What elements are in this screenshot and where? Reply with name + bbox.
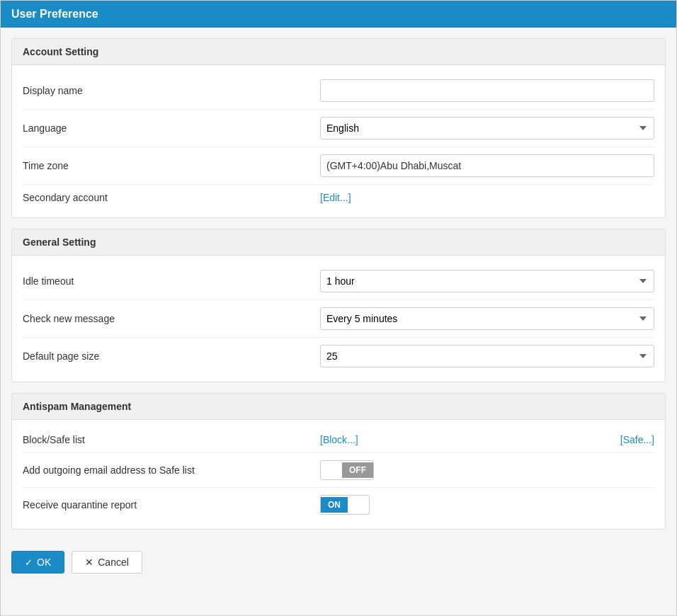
language-label: Language xyxy=(23,122,320,134)
idle-timeout-control: 30 minutes 1 hour 2 hours 4 hours Never xyxy=(320,270,654,292)
antispam-management-header: Antispam Management xyxy=(12,394,665,420)
block-safe-list-label: Block/Safe list xyxy=(23,434,320,445)
secondary-account-edit-link[interactable]: [Edit...] xyxy=(320,192,351,203)
check-new-message-control: Every 1 minute Every 5 minutes Every 10 … xyxy=(320,307,654,330)
default-page-size-label: Default page size xyxy=(23,350,320,362)
receive-quarantine-off-side xyxy=(348,502,369,508)
add-outgoing-label: Add outgoing email address to Safe list xyxy=(23,464,320,476)
add-outgoing-on-side xyxy=(321,467,342,473)
language-row: Language English Arabic French German Sp… xyxy=(23,110,654,147)
title-bar: User Preference xyxy=(1,1,676,28)
default-page-size-control: 10 25 50 100 xyxy=(320,345,654,367)
add-outgoing-control: OFF xyxy=(320,460,654,480)
timezone-label: Time zone xyxy=(23,160,320,171)
display-name-row: Display name xyxy=(23,72,654,110)
display-name-control xyxy=(320,79,654,102)
cancel-x-icon: ✕ xyxy=(85,557,93,568)
idle-timeout-label: Idle timeout xyxy=(23,275,320,287)
ok-button[interactable]: ✓ OK xyxy=(11,551,64,574)
receive-quarantine-row: Receive quarantine report ON xyxy=(23,488,654,522)
cancel-label: Cancel xyxy=(98,557,129,568)
receive-quarantine-label: Receive quarantine report xyxy=(23,499,320,511)
secondary-account-label: Secondary account xyxy=(23,192,320,203)
secondary-account-control: [Edit...] xyxy=(320,192,654,203)
page-title: User Preference xyxy=(11,8,98,20)
timezone-row: Time zone (GMT+4:00)Abu Dhabi,Muscat xyxy=(23,147,654,185)
check-new-message-row: Check new message Every 1 minute Every 5… xyxy=(23,300,654,338)
block-list-link[interactable]: [Block...] xyxy=(320,434,358,445)
language-select[interactable]: English Arabic French German Spanish xyxy=(320,117,654,139)
safe-list-link[interactable]: [Safe...] xyxy=(620,434,654,445)
account-setting-header: Account Setting xyxy=(12,39,665,65)
block-safe-list-row: Block/Safe list [Block...] [Safe...] xyxy=(23,427,654,453)
check-new-message-label: Check new message xyxy=(23,313,320,324)
idle-timeout-row: Idle timeout 30 minutes 1 hour 2 hours 4… xyxy=(23,263,654,300)
idle-timeout-select[interactable]: 30 minutes 1 hour 2 hours 4 hours Never xyxy=(320,270,654,292)
antispam-management-section: Antispam Management Block/Safe list [Blo… xyxy=(11,393,666,530)
block-safe-links: [Block...] [Safe...] xyxy=(320,434,654,445)
default-page-size-select[interactable]: 10 25 50 100 xyxy=(320,345,654,367)
cancel-button[interactable]: ✕ Cancel xyxy=(72,551,142,574)
display-name-label: Display name xyxy=(23,85,320,96)
receive-quarantine-control: ON xyxy=(320,495,654,515)
language-control: English Arabic French German Spanish xyxy=(320,117,654,139)
add-outgoing-toggle[interactable]: OFF xyxy=(320,460,374,480)
ok-checkmark-icon: ✓ xyxy=(25,557,33,568)
ok-label: OK xyxy=(37,557,51,568)
display-name-input[interactable] xyxy=(320,79,654,102)
general-setting-header: General Setting xyxy=(12,229,665,256)
default-page-size-row: Default page size 10 25 50 100 xyxy=(23,338,654,375)
check-new-message-select[interactable]: Every 1 minute Every 5 minutes Every 10 … xyxy=(320,307,654,330)
general-setting-section: General Setting Idle timeout 30 minutes … xyxy=(11,229,666,382)
add-outgoing-row: Add outgoing email address to Safe list … xyxy=(23,453,654,488)
footer-buttons: ✓ OK ✕ Cancel xyxy=(11,540,666,577)
secondary-account-row: Secondary account [Edit...] xyxy=(23,185,654,210)
add-outgoing-off-label: OFF xyxy=(342,462,373,478)
account-setting-section: Account Setting Display name Language En… xyxy=(11,38,666,218)
timezone-control: (GMT+4:00)Abu Dhabi,Muscat xyxy=(320,154,654,177)
receive-quarantine-on-label: ON xyxy=(321,497,348,513)
timezone-display[interactable]: (GMT+4:00)Abu Dhabi,Muscat xyxy=(320,154,654,177)
receive-quarantine-toggle[interactable]: ON xyxy=(320,495,370,515)
